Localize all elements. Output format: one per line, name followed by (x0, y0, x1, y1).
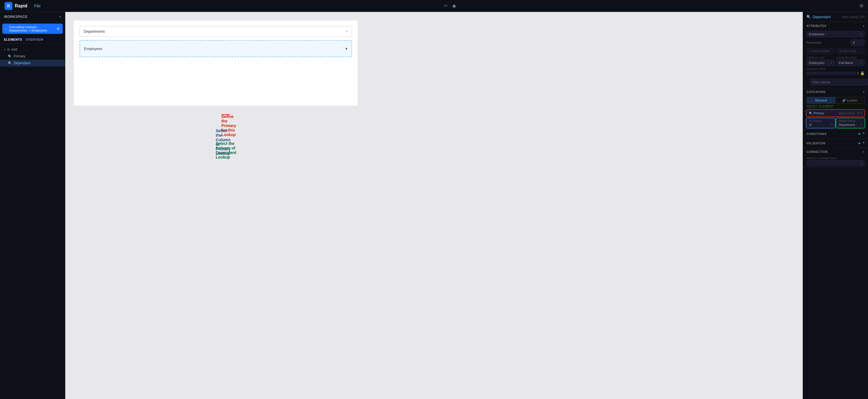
lookup-list-col: LOOKUP LIST Employees ▾ (806, 56, 835, 66)
tree-item-primary[interactable]: 🔍 Primary (0, 53, 65, 60)
element-chevron-icon: ▾ (861, 112, 862, 115)
employees-label: Employees (84, 47, 102, 51)
conditions-actions: + ▾ (858, 132, 865, 136)
to-field-chevron-icon: ▾ (831, 123, 833, 126)
lookup-field-value: Full Name (839, 61, 853, 64)
search-icon-element: 🔍 (809, 112, 812, 115)
employees-element[interactable]: Employees ▾ (80, 40, 352, 57)
classnames-input[interactable] (810, 79, 868, 86)
cascading-toggle-row: Element 🔗 Custom (806, 97, 865, 104)
placeholder-input[interactable] (850, 39, 865, 46)
lookup-list-value: Employees (809, 61, 824, 64)
attributes-label: ATTRIBUTES (806, 24, 827, 28)
select-connection-row: SELECT CONNECTION ▾ (803, 156, 868, 167)
from-field-chevron-icon: ▾ (861, 123, 862, 126)
sidebar: WORKSPACE ▾ ● Cascading Lookups - Depart… (0, 12, 65, 399)
force-hide-button[interactable]: 👁 Force hide (836, 48, 865, 54)
primary-label: Primary (13, 54, 25, 58)
lookup-view-input-row: ▾ 🔒 (806, 71, 865, 75)
conditions-section-header[interactable]: CONDITIONS + ▾ (803, 129, 868, 138)
annotation-define-primary-text: Define the Primary for this Lookup (221, 114, 236, 137)
view-chevron-button[interactable]: ▾ (857, 71, 859, 75)
eye-icon[interactable]: ◉ (452, 3, 456, 8)
to-field-box: TO FIELD Id ▾ (806, 118, 835, 128)
cascading-label: CASCADING (806, 90, 826, 93)
canvas-inner: Departments ▾ Employees ▾ (74, 21, 358, 106)
project-dot-icon: ● (5, 27, 7, 30)
tree-item-dependant[interactable]: 🔍 Dependant (0, 60, 65, 66)
lookup-field-col: LOOKUP FIELD Full Name ▾ (836, 56, 865, 66)
force-disable-button[interactable]: ✕ Force disable (806, 48, 835, 54)
validation-chevron-icon[interactable]: ▾ (863, 141, 865, 145)
expand-icon: ▾ (4, 48, 5, 51)
workspace-chevron-icon[interactable]: ▾ (59, 15, 61, 19)
element-value-text: Primary (813, 111, 824, 115)
logo: R Rapid (4, 2, 27, 10)
from-field-value-text: Department (839, 123, 855, 126)
main-layout: WORKSPACE ▾ ● Cascading Lookups - Depart… (0, 12, 868, 399)
force-buttons-row: ✕ Force disable 👁 Force hide (803, 47, 868, 55)
settings-icon[interactable]: ⚙ (860, 3, 864, 8)
tab-overview[interactable]: OVERVIEW (26, 38, 43, 41)
panel-subtitle: Input.Lookup, 50# (842, 16, 865, 19)
conditions-section: CONDITIONS + ▾ (803, 129, 868, 139)
folder-icon: ⊞ (7, 48, 10, 52)
root-label: root (11, 48, 17, 52)
lookup-view-row: LOOKUP VIEW ▾ 🔒 (803, 66, 868, 77)
select-element-value: 🔍 Primary (809, 111, 824, 115)
dependant-label: Dependant (13, 61, 30, 65)
tree-item-root[interactable]: ▾ ⊞ root (0, 46, 65, 53)
validation-actions: + ▾ (858, 141, 865, 145)
toggle-custom-label: Custom (847, 98, 858, 102)
attributes-section-header[interactable]: ATTRIBUTES ▾ (803, 22, 868, 30)
close-project-button[interactable]: ✕ (57, 26, 60, 31)
lookup-view-label: LOOKUP VIEW (806, 68, 865, 70)
panel-title-text: Dependant (813, 15, 831, 19)
validation-add-button[interactable]: + (858, 141, 861, 145)
to-field-value-text: Id (809, 123, 811, 126)
cascading-toggle: Element 🔗 Custom (806, 97, 865, 104)
custom-link-icon: 🔗 (842, 99, 845, 102)
element-hint-text: Input.Lookup, 1# (838, 112, 860, 115)
dept-chevron-icon: ▾ (346, 30, 348, 33)
name-edit-icon: ✎ (860, 33, 862, 36)
departments-element[interactable]: Departments ▾ (80, 26, 352, 37)
active-project-item[interactable]: ● Cascading Lookups - Departments -> Emp… (2, 24, 63, 34)
name-input[interactable]: Employees ✎ (806, 31, 865, 37)
from-field-value[interactable]: Department ▾ (839, 123, 862, 126)
lookup-field-input[interactable]: Full Name ▾ (836, 60, 865, 66)
annotation-select-column-primary-text: Select the Column of Primary Lookup (216, 129, 230, 156)
select-connection-input[interactable]: ▾ (806, 160, 865, 166)
select-element-box[interactable]: 🔍 Primary Input.Lookup, 1# ▾ (806, 110, 865, 116)
lookup-view-input[interactable] (806, 72, 856, 75)
file-menu[interactable]: File (34, 4, 40, 8)
view-lock-button[interactable]: 🔒 (860, 71, 865, 75)
to-field-value[interactable]: Id ▾ (809, 123, 833, 126)
classnames-row (803, 77, 868, 88)
force-hide-icon: 👁 (839, 50, 842, 53)
lookup-row: LOOKUP LIST Employees ▾ LOOKUP FIELD Ful… (803, 55, 868, 66)
placeholder-label: Placeholder (806, 41, 849, 44)
connection-section-header[interactable]: CONNECTION ▾ (803, 148, 868, 156)
right-panel: 🔍 Dependant Input.Lookup, 50# ATTRIBUTES… (803, 12, 868, 399)
toggle-custom-button[interactable]: 🔗 Custom (836, 97, 865, 104)
connection-chevron-icon: ▾ (863, 150, 865, 153)
emp-chevron-icon: ▾ (345, 47, 347, 51)
logo-icon: R (4, 2, 12, 10)
conditions-add-button[interactable]: + (858, 132, 861, 136)
cascading-section: CASCADING ▾ Element 🔗 Custom SELECT ELEM… (803, 88, 868, 129)
scissors-icon[interactable]: ✂ (444, 3, 447, 8)
search-icon-primary: 🔍 (8, 55, 12, 58)
cascading-section-header[interactable]: CASCADING ▾ (803, 88, 868, 96)
lookup-list-input[interactable]: Employees ▾ (806, 60, 835, 66)
active-project-label: Cascading Lookups - Departments -> Emplo… (9, 25, 54, 32)
to-field-label: TO FIELD (809, 120, 833, 122)
toggle-element-button[interactable]: Element (807, 97, 836, 104)
select-connection-label: SELECT CONNECTION (806, 157, 865, 160)
validation-section-header[interactable]: VALIDATION + ▾ (803, 139, 868, 148)
conditions-chevron-icon[interactable]: ▾ (863, 132, 865, 136)
attributes-section: ATTRIBUTES ▾ Employees ✎ Placeholder ✕ F… (803, 22, 868, 88)
annotation-select-column-dependent-text: Select the Column of Dependent Lookup (216, 141, 236, 160)
tab-elements[interactable]: ELEMENTS (4, 38, 22, 41)
validation-label: VALIDATION (806, 142, 826, 145)
